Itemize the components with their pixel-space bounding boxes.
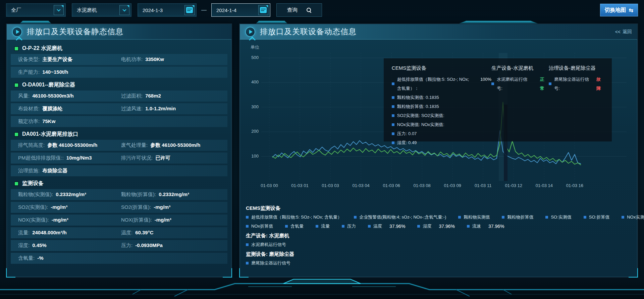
info-cell: 湿度:0.45% [18,242,121,249]
info-label: 额定功率: [18,118,40,125]
legend-item-label: 压力 [347,223,356,229]
dashboard: 全厂 水泥磨机 2024-1-3 — 2024-1-4 查询 切换地图 ⇆ [0,0,644,299]
back-button[interactable]: << 返回 [615,24,632,40]
info-label: 排污许可状况: [121,155,153,161]
legend-row: 超低排放限值（颗拉物:5: SOz-; NOx; 含氧量）企业预警值(颗粒物:4… [246,214,631,220]
legend-item-label: 含氧量 [290,223,304,229]
legend-item-label: 企业预警值(颗粒物:4; sOz-; NOx-;含氧气量:-) [359,214,446,220]
swap-arrows-icon: ⇆ [629,7,633,13]
legend-item-label: 湿度 [423,223,431,229]
info-label: 电机功率: [121,56,143,63]
emissions-chart[interactable]: 单位 CEMS监测设备 超低排放限值（颗拉物:5: SOz-; NOx; 含氧量… [246,42,631,202]
info-cell: 设备类型:主要生产设备 [18,56,121,63]
tooltip-cems-title: CEMS监测设备 [392,65,491,71]
legend-production-title: 生产设备: 水泥磨机 [246,233,631,239]
info-row: 设备类型:主要生产设备电机功率:3350Kw [11,54,227,65]
legend-item-label: 流速 [472,223,481,229]
info-value: -mg/m³ [51,204,67,210]
x-axis-tick: 01-03 00 [261,183,278,188]
green-square-bullet [15,83,18,87]
legend-item[interactable]: 压力 [342,223,356,229]
x-axis-tick: 01-03 03 [322,183,339,188]
info-cell: NOX(实测值):-mg/m³ [18,217,121,223]
tooltip-cems-column: CEMS监测设备 超低排放限值（颗拉物:5: SOz-; NOx; 含氧量）：1… [392,65,491,137]
info-value: 参数 46100-55300m/h [47,142,97,148]
info-cell: 额定功率:75Kw [18,118,224,125]
info-value: -0.0930MPa [135,242,163,248]
dynamic-info-panel-header: 排放口及关联设备动态信息 << 返回 [240,24,637,40]
tooltip-row: 颗粒物实测值: 0.1835 [392,93,491,102]
legend-item[interactable]: 流速37.96% [467,223,504,229]
info-row: 治理措施:布袋除尘器 [11,165,227,176]
tooltip-row-label: 水泥磨机运行信号: [497,75,533,93]
plant-select-value: 全厂 [11,7,21,13]
info-label: 含氧量: [18,255,35,261]
date-from-input[interactable]: 2024-1-3 [138,3,197,17]
legend-square-icon [392,132,394,135]
legend-item[interactable]: 企业预警值(颗粒物:4; sOz-; NOx-;含氧气量:-) [354,214,446,220]
info-label: 风量: [18,93,30,99]
legend-item[interactable]: 颗粒物折算值 [502,214,533,220]
chart-plot-area[interactable]: CEMS监测设备 超低排放限值（颗拉物:5: SOz-; NOx; 含氧量）：1… [261,53,627,181]
legend-item[interactable]: NOx折算值 [246,223,273,229]
device-select[interactable]: 水泥磨机 [72,3,131,17]
legend-monitor-title: 监测设备: 磨尾除尘器 [246,251,631,257]
y-axis-unit-label: 单位 [251,44,259,50]
dynamic-info-body: 单位 CEMS监测设备 超低排放限值（颗拉物:5: SOz-; NOx; 含氧量… [240,40,637,266]
legend-item[interactable]: NOx实测值 [622,214,644,220]
legend-square-icon [392,123,394,126]
info-cell: NOX(折算值):-mg/m³ [121,217,224,223]
plant-select[interactable]: 全厂 [6,3,66,17]
chart-legend: CEMS监测设备 超低排放限值（颗拉物:5: SOz-; NOx; 含氧量）企业… [246,205,631,266]
calendar-icon[interactable] [184,5,195,15]
info-cell: 颗粒物(折算值):0.2332mg/m³ [121,191,224,198]
info-cell: 生产能力:140~150t/h [18,69,224,75]
info-value: 覆膜涤纶 [42,106,62,112]
info-value: 参数 46100-55300m/h [150,142,200,148]
info-row: 额定功率:75Kw [11,116,227,127]
legend-row: 水泥磨机运行信号 [246,242,631,248]
date-range-separator: — [201,7,207,13]
green-square-bullet [15,133,18,136]
chevron-down-icon[interactable] [54,5,64,15]
legend-item-value: 37.96% [488,224,504,229]
legend-item[interactable]: 湿度37.96% [417,223,454,229]
legend-item[interactable]: 含氧量 [285,223,304,229]
legend-item[interactable]: 温度37.96% [368,223,405,229]
legend-square-icon [549,82,551,85]
info-value: 0.45% [32,242,47,248]
date-to-input[interactable]: 2024-1-4 [211,3,270,17]
info-cell: 过滤面积:768m2 [121,93,224,99]
info-row: 流量:24048.000m³/h温度:60.39°C [11,227,227,238]
green-square-bullet [15,47,18,50]
info-label: 设备类型: [18,56,40,63]
tooltip-production-column: 生产设备-水泥磨机 水泥磨机运行信号: 正常 [491,65,549,137]
tooltip-row-value: 100% [480,75,491,84]
legend-square-icon [246,262,249,264]
legend-item[interactable]: 水泥磨机运行信号 [246,242,286,248]
legend-item-label: NOx折算值 [251,223,273,229]
back-button-label: 返回 [623,29,632,35]
legend-item[interactable]: 磨尾除尘器运行信号 [246,260,290,266]
info-value: 24048.000m³/h [32,230,67,235]
device-select-value: 水泥磨机 [77,7,97,13]
legend-item[interactable]: 超低排放限值（颗拉物:5: SOz-; NOx; 含氧量） [246,214,342,220]
legend-square-icon [246,216,249,219]
calendar-icon[interactable] [258,5,268,15]
legend-item[interactable]: SO:折算值 [584,214,609,220]
info-value: -mg/m³ [154,204,170,210]
info-value: 主要生产设备 [42,56,72,63]
x-axis-tick: 01-03 08 [413,183,430,188]
chevron-down-icon[interactable] [119,5,129,15]
legend-item[interactable]: 流量 [316,223,330,229]
tooltip-production-title: 生产设备-水泥磨机 [491,65,549,71]
play-circle-icon [245,27,255,37]
switch-map-button[interactable]: 切换地图 ⇆ [600,4,638,16]
tooltip-row: 压力: 0.07 [392,129,491,138]
info-row: PM超低排排放限值::10mg/Nm3排污许可状况:已许可 [11,153,227,164]
info-cell: 布袋材质:覆膜涤纶 [18,106,121,112]
query-button[interactable]: 查询 [276,3,322,17]
legend-square-icon [392,141,394,144]
legend-item[interactable]: 颗粒物实测值 [458,214,490,220]
legend-item[interactable]: SO:实测值 [545,214,571,220]
